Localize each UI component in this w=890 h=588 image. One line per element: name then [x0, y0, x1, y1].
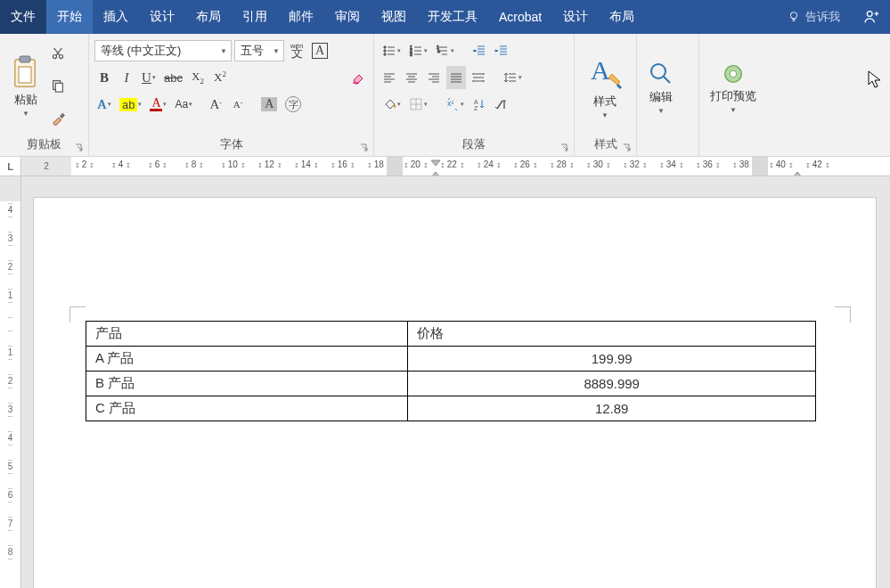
superscript-button[interactable]: X2	[210, 66, 230, 89]
user-icon	[863, 9, 879, 25]
styles-button[interactable]: A 样式 ▼	[580, 37, 630, 135]
align-left-icon	[382, 70, 396, 85]
enclose-char-button[interactable]: 字	[282, 93, 304, 116]
svg-point-12	[384, 53, 386, 55]
table-cell[interactable]: B 产品	[86, 372, 408, 396]
cut-button[interactable]	[48, 42, 68, 65]
shrink-font-button[interactable]: Aˇ	[228, 93, 248, 116]
hanging-indent-marker[interactable]	[431, 166, 440, 176]
text-effects-button[interactable]: A▾	[94, 93, 114, 116]
scissors-icon	[51, 46, 65, 61]
char-border-button[interactable]: A	[309, 39, 331, 62]
paste-button[interactable]: 粘贴 ▼	[5, 37, 46, 135]
group-paragraph-label: 段落	[374, 135, 574, 156]
line-spacing-icon	[503, 70, 518, 85]
chevron-down-icon: ▼	[730, 106, 737, 114]
print-preview-button[interactable]: 打印预览 ▼	[705, 37, 762, 137]
tab-file[interactable]: 文件	[0, 0, 46, 34]
tab-home[interactable]: 开始	[46, 0, 93, 34]
grow-font-button[interactable]: Aˆ	[206, 93, 225, 116]
copy-button[interactable]	[48, 74, 68, 97]
horizontal-ruler[interactable]: L 2ɪ 2 ɪɪ 4 ɪɪ 6 ɪɪ 8 ɪɪ 10 ɪɪ 12 ɪɪ 14 …	[0, 157, 890, 176]
pilcrow-icon	[494, 97, 509, 111]
edit-find-button[interactable]: 编辑 ▼	[642, 37, 680, 137]
distribute-icon	[471, 70, 486, 85]
font-size-select[interactable]: 五号▼	[234, 40, 284, 61]
edit-label: 编辑	[649, 89, 673, 105]
shading-button[interactable]: ▾	[380, 93, 404, 116]
right-indent-marker[interactable]	[793, 166, 802, 176]
align-right-button[interactable]	[424, 66, 444, 89]
numbering-button[interactable]: 123▾	[406, 39, 430, 62]
numbering-icon: 123	[409, 44, 423, 58]
tab-developer[interactable]: 开发工具	[417, 0, 488, 34]
tab-mailings[interactable]: 邮件	[278, 0, 324, 34]
table-cell[interactable]: 12.89	[408, 396, 816, 421]
borders-button[interactable]: ▾	[406, 93, 430, 116]
tab-design[interactable]: 设计	[139, 0, 185, 34]
page[interactable]: 产品 价格 A 产品 199.99 B 产品 8889.999 C 产品 12.…	[34, 198, 876, 588]
bullets-button[interactable]: ▾	[380, 39, 404, 62]
snap-to-grid-button[interactable]: x¹▾	[443, 93, 467, 116]
clipboard-launcher[interactable]	[74, 142, 85, 152]
change-case-button[interactable]: Aa▾	[172, 93, 195, 116]
clear-format-button[interactable]	[348, 66, 368, 89]
table-cell[interactable]: A 产品	[86, 347, 408, 372]
line-spacing-button[interactable]: ▾	[501, 66, 525, 89]
data-table[interactable]: 产品 价格 A 产品 199.99 B 产品 8889.999 C 产品 12.…	[86, 321, 816, 421]
show-marks-button[interactable]	[492, 93, 511, 116]
tab-layout[interactable]: 布局	[185, 0, 232, 34]
tab-review[interactable]: 审阅	[324, 0, 371, 34]
paragraph-launcher[interactable]	[559, 142, 570, 152]
char-shading-button[interactable]: A	[258, 93, 280, 116]
multilevel-button[interactable]: 1a▾	[433, 39, 457, 62]
table-cell[interactable]: 199.99	[408, 347, 816, 372]
strikethrough-button[interactable]: abc	[161, 66, 185, 89]
print-preview-label: 打印预览	[710, 88, 756, 104]
format-painter-button[interactable]	[48, 107, 68, 130]
table-header-cell[interactable]: 产品	[86, 322, 408, 347]
group-print-preview: 打印预览 ▼	[699, 34, 780, 156]
italic-button[interactable]: I	[117, 66, 136, 89]
snap-icon: x¹	[445, 97, 460, 111]
align-center-icon	[404, 70, 419, 85]
tab-table-design[interactable]: 设计	[552, 0, 599, 34]
vertical-ruler[interactable]: –4––3––2––1–– ––1––2––3––4––5––6––7––8–	[0, 176, 21, 588]
underline-button[interactable]: U▾	[139, 66, 159, 89]
tab-insert[interactable]: 插入	[93, 0, 139, 34]
justify-button[interactable]	[446, 66, 466, 89]
tab-references[interactable]: 引用	[232, 0, 278, 34]
svg-text:A: A	[474, 99, 478, 105]
font-name-select[interactable]: 等线 (中文正文)▼	[94, 40, 232, 61]
styles-launcher[interactable]	[622, 142, 633, 152]
table-cell[interactable]: 8889.999	[408, 372, 816, 396]
svg-point-10	[384, 46, 386, 48]
account-button[interactable]	[853, 0, 890, 34]
svg-text:a: a	[437, 48, 440, 53]
tab-acrobat[interactable]: Acrobat	[488, 0, 552, 34]
group-styles-label: 样式	[575, 135, 636, 156]
sort-button[interactable]: AZ	[469, 93, 489, 116]
tab-view[interactable]: 视图	[371, 0, 417, 34]
font-launcher[interactable]	[359, 142, 370, 152]
document-canvas[interactable]: 产品 价格 A 产品 199.99 B 产品 8889.999 C 产品 12.…	[21, 176, 890, 588]
chevron-down-icon: ▼	[22, 110, 29, 118]
tab-selector[interactable]: L	[0, 157, 21, 176]
align-left-button[interactable]	[380, 66, 399, 89]
styles-label: 样式	[593, 94, 616, 110]
phonetic-guide-button[interactable]: wén文	[287, 39, 306, 62]
tab-table-layout[interactable]: 布局	[599, 0, 645, 34]
group-edit-label	[637, 137, 698, 156]
justify-icon	[449, 70, 463, 85]
distribute-button[interactable]	[469, 66, 488, 89]
tell-me-search[interactable]: 告诉我	[775, 0, 853, 34]
increase-indent-button[interactable]	[492, 39, 511, 62]
font-color-button[interactable]: A▾	[147, 93, 169, 116]
table-header-cell[interactable]: 价格	[408, 322, 816, 347]
highlight-button[interactable]: ab▾	[117, 93, 144, 116]
subscript-button[interactable]: X2	[188, 66, 208, 89]
table-cell[interactable]: C 产品	[86, 396, 408, 421]
bold-button[interactable]: B	[94, 66, 114, 89]
decrease-indent-button[interactable]	[469, 39, 489, 62]
align-center-button[interactable]	[402, 66, 421, 89]
